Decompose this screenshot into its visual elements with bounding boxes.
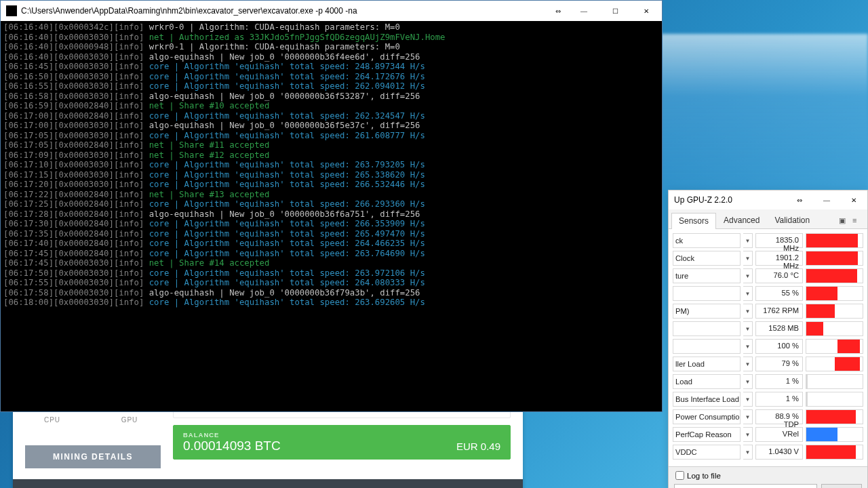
close-button[interactable]: ✕ [840,190,867,209]
sensor-row: Clock ▼ 1901.2 MHz [673,249,863,267]
sensor-dropdown[interactable]: ▼ [743,374,753,389]
sensor-row: Power Consumption ▼ 88.9 % TDP [673,408,863,426]
gpu-select[interactable]: NVIDIA GeForce GTX 1060 6GB▾ [674,484,817,488]
sensor-value: 79 % [755,357,803,371]
sensor-row: Bus Interface Load ▼ 1 % [673,390,863,408]
sensor-name: PerfCap Reason [673,427,741,442]
sensor-bar [806,392,863,407]
sensor-name [673,321,741,336]
sensor-bar [806,286,863,301]
sensor-dropdown[interactable]: ▼ [743,233,753,248]
mining-status-bar: Current Mining Status: Active - Running. [13,479,523,488]
tab-sensors[interactable]: Sensors [671,213,716,229]
sensor-bar [806,445,863,460]
sensor-value: 1528 MB [755,321,803,336]
sensor-dropdown[interactable]: ▼ [743,427,753,442]
sensor-bar [806,304,863,319]
sensor-dropdown[interactable]: ▼ [743,445,753,460]
sensor-name: Clock [673,251,741,266]
sensor-name: Bus Interface Load [673,392,741,407]
sensor-dropdown[interactable]: ▼ [743,357,753,371]
gpuz-window: Up GPU-Z 2.2.0 ⇔ — ✕ Sensors Advanced Va… [668,190,868,488]
sensor-value: 1.0430 V [755,445,803,460]
sensor-dropdown[interactable]: ▼ [743,268,753,283]
sensor-bar [806,339,863,354]
sensor-dropdown[interactable]: ▼ [743,339,753,354]
camera-icon[interactable]: ▣ [839,216,848,224]
unpin-icon[interactable]: ⇔ [548,1,568,21]
sensor-dropdown[interactable]: ▼ [743,321,753,336]
sensor-bar [806,321,863,336]
gpuz-sensors: ck ▼ 1835.0 MHz Clock ▼ 1901.2 MHz ture … [669,229,867,466]
sensor-name: PM) [673,304,741,319]
sensor-row: VDDC ▼ 1.0430 V [673,443,863,461]
sensor-name: VDDC [673,445,741,460]
minimize-button[interactable]: — [813,190,840,209]
unpin-icon[interactable]: ⇔ [786,190,813,209]
sensor-row: ▼ 1528 MB [673,320,863,338]
sensor-row: PM) ▼ 1762 RPM [673,302,863,320]
sensor-dropdown[interactable]: ▼ [743,251,753,266]
console-titlebar[interactable]: C:\Users\Anwender\AppData\Roaming\nhm2\b… [1,1,662,21]
sensor-name: ller Load [673,357,741,371]
sensor-bar [806,357,863,371]
tab-validation[interactable]: Validation [767,212,817,228]
sensor-bar [806,374,863,389]
sensor-row: ller Load ▼ 79 % [673,355,863,373]
log-to-file-checkbox[interactable] [675,471,684,480]
sensor-value: VRel [755,427,803,442]
log-to-file-label: Log to file [687,472,721,480]
console-title: C:\Users\Anwender\AppData\Roaming\nhm2\b… [21,6,548,16]
sensor-row: ▼ 55 % [673,285,863,302]
maximize-button[interactable]: ☐ [599,1,631,21]
menu-icon[interactable]: ≡ [852,216,862,224]
gpuz-title: Up GPU-Z 2.2.0 [674,195,786,205]
minimize-button[interactable]: — [568,1,599,21]
sensor-value: 100 % [755,339,803,354]
sensor-bar [806,233,863,248]
console-output[interactable]: [06:16:40][0x0000342c][info] wrkr0-0 | A… [1,21,662,411]
gpuz-titlebar[interactable]: Up GPU-Z 2.2.0 ⇔ — ✕ [669,190,867,209]
sensor-name: ck [673,233,741,248]
close-button[interactable]: ✕ [631,1,662,21]
sensor-name: Load [673,374,741,389]
sensor-bar [806,251,863,266]
sensor-dropdown[interactable]: ▼ [743,286,753,301]
sensor-name: ture [673,268,741,283]
sensor-value: 1762 RPM [755,304,803,319]
sensor-value: 76.0 °C [755,268,803,283]
sensor-name: Power Consumption [673,409,741,424]
sensor-row: ture ▼ 76.0 °C [673,267,863,285]
sensor-dropdown[interactable]: ▼ [743,304,753,319]
sensor-value: 1 % [755,392,803,407]
sensor-dropdown[interactable]: ▼ [743,392,753,407]
sensor-value: 1901.2 MHz [755,251,803,266]
sensor-name [673,286,741,301]
tab-advanced[interactable]: Advanced [716,212,767,228]
sensor-bar [806,409,863,424]
gpuz-close-button[interactable]: Close [821,484,862,488]
app-icon [6,5,17,16]
sensor-value: 1835.0 MHz [755,233,803,248]
sensor-row: PerfCap Reason ▼ VRel [673,426,863,443]
sensor-bar [806,268,863,283]
sensor-value: 1 % [755,374,803,389]
balance-card: BALANCE 0.00014093 BTC EUR 0.49 [173,425,511,460]
gpuz-tabs: Sensors Advanced Validation ▣ ≡ [669,209,867,229]
console-window: C:\Users\Anwender\AppData\Roaming\nhm2\b… [0,0,663,412]
sensor-name [673,339,741,354]
sensor-value: 88.9 % TDP [755,409,803,424]
sensor-bar [806,427,863,442]
sensor-dropdown[interactable]: ▼ [743,409,753,424]
sensor-row: Load ▼ 1 % [673,373,863,390]
sensor-row: ▼ 100 % [673,338,863,355]
sensor-row: ck ▼ 1835.0 MHz [673,232,863,249]
sensor-value: 55 % [755,286,803,301]
mining-details-button[interactable]: MINING DETAILS [25,445,161,468]
